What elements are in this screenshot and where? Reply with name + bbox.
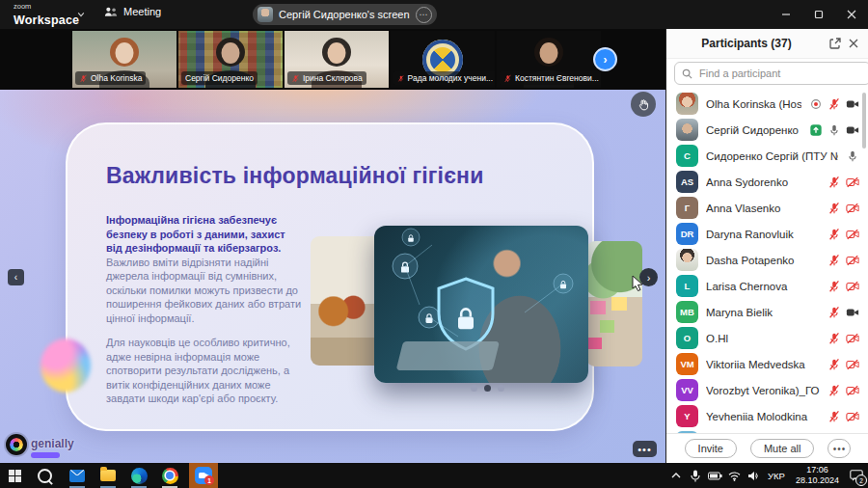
mail-app-button[interactable] [68, 466, 87, 485]
participant-status-icons [827, 358, 859, 371]
person-silhouette [222, 42, 240, 64]
screen-share-indicator[interactable]: Сергій Сидоренко's screen ⋯ [253, 4, 437, 25]
carousel-dot-3[interactable] [498, 385, 504, 392]
taskbar-search-button[interactable] [35, 466, 54, 485]
mute-all-button[interactable]: Mute all [750, 439, 815, 458]
avatar [676, 119, 698, 141]
participant-status-icons [809, 123, 859, 137]
invite-button[interactable]: Invite [685, 439, 737, 458]
carousel-dot-1[interactable] [471, 385, 477, 392]
participant-row[interactable]: ГAnna Vlasenko [666, 195, 868, 221]
system-tray: УКР 17:06 28.10.2024 2 [666, 463, 868, 488]
participant-row[interactable]: VVVorozbyt Veronika)_ГО "НДЦ Н... [666, 377, 868, 403]
more-options-button[interactable]: ••• [827, 439, 851, 458]
carousel-dots [471, 385, 504, 392]
battery-tray-icon[interactable] [705, 463, 724, 488]
carousel-image-cybersecurity[interactable] [374, 226, 588, 383]
participants-list: Olha Korinska (Host, me)Сергій Сидоренко… [666, 91, 868, 434]
mic-off-icon [827, 280, 841, 293]
carousel-image-stickynotes[interactable] [586, 241, 642, 366]
slide-paragraph-1-rest: Важливо вміти відрізняти надійні джерела… [106, 257, 301, 324]
participant-row[interactable]: VMViktoriia Medvedska [666, 351, 868, 377]
genially-logo[interactable]: genially [6, 434, 74, 458]
video-tile-name: Костянтин Євгенови... [500, 71, 601, 85]
close-panel-icon[interactable] [847, 37, 860, 50]
hand-icon [637, 98, 650, 111]
chrome-browser-button[interactable] [160, 466, 179, 485]
carousel-dot-2-active[interactable] [484, 385, 491, 392]
microphone-tray-icon[interactable] [686, 463, 705, 488]
mic-off-icon [827, 97, 841, 111]
participant-row[interactable]: Olha Korinska (Host, me) [666, 91, 868, 117]
participants-panel: Participants (37) Olha Korinska (Host, m… [665, 29, 868, 463]
participant-row[interactable]: MBMaryna Bielik [666, 299, 868, 325]
genially-wordmark: genially [31, 437, 74, 450]
participant-status-icons [827, 384, 859, 397]
participant-row[interactable]: ASAnna Sydorenko [666, 169, 868, 195]
tray-expand-button[interactable] [666, 463, 686, 488]
cam-off-icon [846, 254, 859, 267]
person-silhouette [540, 42, 558, 64]
participant-name-label: Рада молодих учени... [408, 73, 493, 83]
share-options-button[interactable]: ⋯ [416, 7, 432, 23]
participant-status-icons [827, 254, 859, 267]
video-tile[interactable]: Olha Korinska [72, 31, 176, 88]
interactive-hand-button[interactable] [631, 92, 656, 117]
action-center-button[interactable]: 2 [845, 463, 868, 488]
video-tile[interactable]: Костянтин Євгенови... [497, 31, 601, 88]
avatar: AS [676, 171, 698, 193]
participant-row[interactable]: Сергій Сидоренко [666, 117, 868, 143]
mic-off-icon [827, 384, 841, 397]
decorative-gradient-blob [41, 339, 91, 393]
participant-row[interactable]: DRDaryna Ranovluik [666, 221, 868, 247]
video-tile-name: Рада молодих учени... [393, 71, 495, 85]
genially-badge [31, 452, 60, 458]
participant-name: Yevheniia Molodkina [706, 411, 820, 422]
video-tile[interactable]: Сергій Сидоренко [178, 31, 283, 88]
participant-row[interactable]: LLarisa Chernova [666, 273, 868, 299]
avatar: MB [676, 301, 698, 323]
participant-row[interactable]: CСидоренко Сергій (ПТУ №44 м. М... [666, 143, 868, 169]
zoom-app-button[interactable]: 1 [189, 463, 218, 488]
participant-status-icons [827, 202, 859, 215]
file-explorer-button[interactable] [98, 466, 118, 485]
start-button[interactable] [5, 466, 24, 485]
video-tile[interactable]: Ірина Склярова [285, 31, 389, 88]
slide-more-options-button[interactable]: ••• [633, 441, 657, 457]
carousel-prev-button[interactable]: ‹ [8, 269, 24, 285]
windows-taskbar: 1 УКР 17:06 28.10.2024 2 [0, 463, 868, 488]
participant-name-label: Сергій Сидоренко [185, 73, 254, 83]
edge-browser-button[interactable] [129, 466, 149, 485]
search-input[interactable] [697, 67, 846, 80]
cam-off-icon [846, 202, 859, 215]
rec-icon [809, 97, 823, 111]
participant-status-icons [827, 410, 859, 423]
participant-search[interactable] [674, 62, 868, 85]
taskbar-clock[interactable]: 17:06 28.10.2024 [796, 465, 839, 486]
scrollbar[interactable] [862, 93, 866, 149]
avatar: DR [676, 223, 698, 245]
keyboard-language[interactable]: УКР [768, 471, 785, 481]
network-tray-icon[interactable] [724, 463, 744, 488]
avatar [258, 7, 273, 22]
participant-name: Larisa Chernova [706, 281, 820, 292]
next-participants-button[interactable]: › [595, 49, 615, 69]
volume-tray-icon[interactable] [744, 463, 763, 488]
maximize-button[interactable] [802, 0, 835, 29]
brand-zoom-label: zoom [14, 3, 79, 11]
popout-icon[interactable] [828, 37, 842, 50]
participant-name: Anna Sydorenko [706, 176, 820, 188]
participant-row[interactable]: YYevheniia Molodkina [666, 403, 868, 429]
genially-icon [6, 434, 27, 455]
video-thumbnail-strip: Olha KorinskaСергій СидоренкоІрина Скляр… [0, 29, 665, 90]
mic-off-icon [827, 358, 841, 371]
minimize-button[interactable] [770, 0, 802, 29]
participant-row[interactable]: Dasha Potapenko [666, 247, 868, 273]
video-tile[interactable]: Рада молодих учени... [391, 31, 495, 88]
close-button[interactable] [835, 0, 868, 29]
participant-row[interactable]: OO.Hl [666, 325, 868, 351]
chevron-down-icon[interactable] [77, 11, 85, 18]
tab-meeting[interactable]: Meeting [104, 6, 161, 17]
mic-off-icon [79, 74, 88, 83]
avatar: Y [676, 405, 698, 427]
